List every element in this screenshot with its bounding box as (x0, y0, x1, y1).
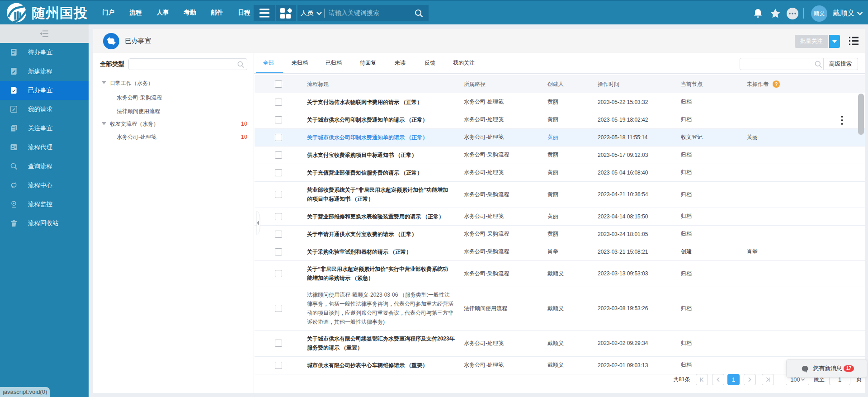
svg-text:?: ? (775, 81, 778, 87)
